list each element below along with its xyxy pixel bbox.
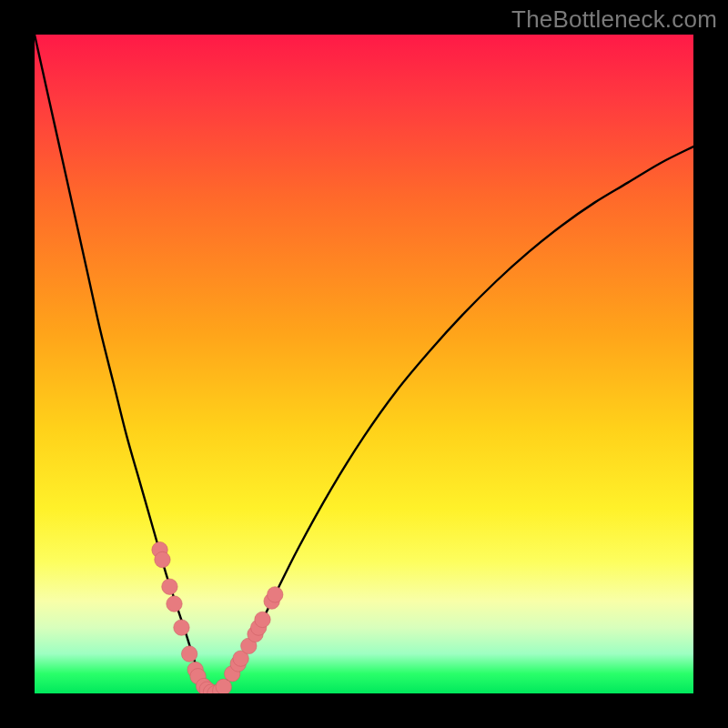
chart-frame: TheBottleneck.com: [0, 0, 728, 728]
data-marker: [255, 612, 270, 627]
data-marker: [268, 587, 283, 602]
plot-area: [35, 35, 693, 693]
watermark-text: TheBottleneck.com: [511, 5, 717, 34]
data-marker: [167, 596, 182, 612]
data-marker: [155, 551, 170, 567]
data-marker: [174, 620, 189, 635]
chart-svg: [35, 35, 693, 693]
data-marker: [162, 579, 177, 594]
marker-group: [152, 541, 283, 693]
data-marker: [181, 646, 197, 662]
bottleneck-curve: [35, 35, 693, 693]
